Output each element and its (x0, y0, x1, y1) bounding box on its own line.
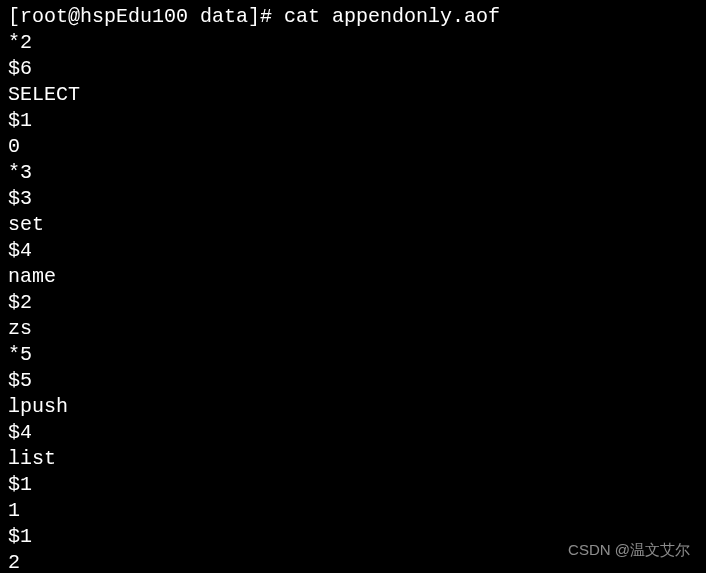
terminal-output-line: *3 (8, 160, 698, 186)
terminal-output-line: *5 (8, 342, 698, 368)
terminal-output-line: *2 (8, 30, 698, 56)
terminal-output-line: $5 (8, 368, 698, 394)
terminal-output-line: $1 (8, 524, 698, 550)
terminal-output-line: 2 (8, 550, 698, 573)
terminal-output-line: 0 (8, 134, 698, 160)
terminal-output-line: list (8, 446, 698, 472)
terminal-output-line: $3 (8, 186, 698, 212)
terminal-output-line: zs (8, 316, 698, 342)
terminal-output-line: $4 (8, 238, 698, 264)
terminal-output-line: $4 (8, 420, 698, 446)
terminal-output-line: $6 (8, 56, 698, 82)
terminal-output-line: 1 (8, 498, 698, 524)
terminal-output-line: name (8, 264, 698, 290)
terminal-output-line: lpush (8, 394, 698, 420)
terminal-output-line: $1 (8, 108, 698, 134)
terminal-output-line: $1 (8, 472, 698, 498)
terminal-output-line: SELECT (8, 82, 698, 108)
terminal-output: *2$6SELECT$10*3$3set$4name$2zs*5$5lpush$… (8, 30, 698, 573)
terminal-prompt-line[interactable]: [root@hspEdu100 data]# cat appendonly.ao… (8, 4, 698, 30)
terminal-output-line: $2 (8, 290, 698, 316)
terminal-output-line: set (8, 212, 698, 238)
